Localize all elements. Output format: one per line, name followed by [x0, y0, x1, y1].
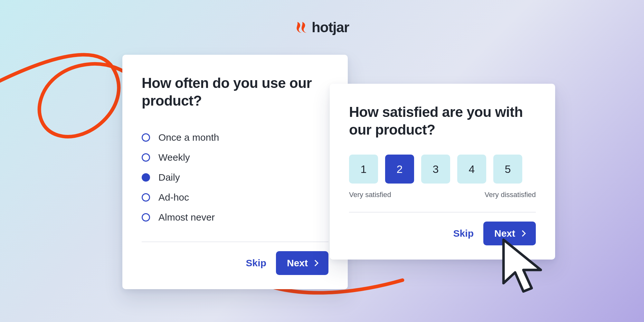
chevron-right-icon	[312, 260, 318, 266]
stage: hotjar How often do you use our product?…	[0, 0, 644, 322]
card-footer: Skip Next	[349, 222, 536, 245]
skip-button[interactable]: Skip	[246, 258, 266, 269]
rating-button[interactable]: 3	[421, 155, 450, 184]
rating-button[interactable]: 4	[457, 155, 486, 184]
question-title: How satisfied are you with our product?	[349, 103, 536, 138]
next-button[interactable]: Next	[276, 251, 328, 275]
radio-label: Daily	[158, 172, 180, 183]
radio-option[interactable]: Once a month	[142, 128, 328, 147]
survey-card-usage: How often do you use our product? Once a…	[122, 55, 348, 289]
radio-icon	[142, 133, 150, 142]
radio-option[interactable]: Almost never	[142, 207, 328, 227]
radio-option[interactable]: Ad-hoc	[142, 187, 328, 207]
divider	[142, 242, 328, 242]
divider	[349, 212, 536, 213]
radio-option[interactable]: Daily	[142, 167, 328, 187]
survey-card-satisfaction: How satisfied are you with our product? …	[330, 84, 555, 260]
rating-button[interactable]: 2	[385, 155, 414, 184]
skip-button[interactable]: Skip	[453, 228, 474, 239]
radio-icon	[142, 193, 150, 202]
radio-icon	[142, 213, 150, 222]
rating-group: 1 2 3 4 5	[349, 155, 536, 184]
brand-logo: hotjar	[295, 19, 349, 35]
radio-label: Almost never	[158, 212, 215, 223]
chevron-right-icon	[519, 230, 526, 237]
rating-button[interactable]: 1	[349, 155, 378, 184]
radio-option[interactable]: Weekly	[142, 147, 328, 167]
radio-label: Ad-hoc	[158, 192, 189, 203]
rating-scale-high: Very dissatisfied	[485, 191, 536, 199]
radio-icon	[142, 153, 150, 162]
next-button-label: Next	[494, 228, 515, 239]
radio-icon	[142, 173, 150, 182]
question-title: How often do you use our product?	[142, 74, 328, 109]
rating-button[interactable]: 5	[493, 155, 522, 184]
brand-name: hotjar	[312, 19, 349, 35]
next-button[interactable]: Next	[483, 222, 536, 245]
flame-icon	[295, 21, 307, 33]
radio-label: Weekly	[158, 152, 190, 163]
card-footer: Skip Next	[142, 251, 328, 275]
next-button-label: Next	[287, 258, 308, 269]
rating-scale-low: Very satisfied	[349, 191, 391, 199]
radio-group: Once a month Weekly Daily Ad-hoc Almost …	[142, 128, 328, 227]
radio-label: Once a month	[158, 132, 219, 143]
rating-scale-labels: Very satisfied Very dissatisfied	[349, 191, 536, 199]
